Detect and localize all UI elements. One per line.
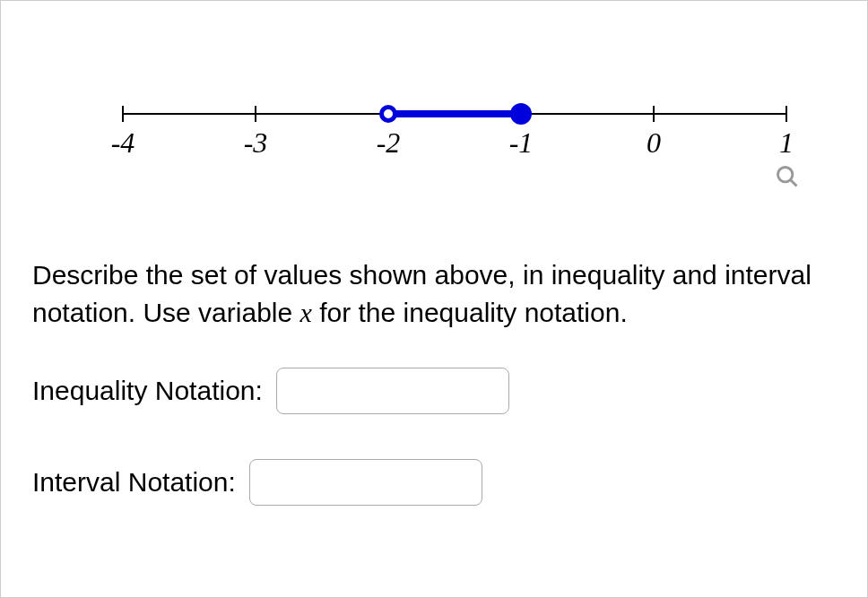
number-line-graph: -4 -3 -2 -1 0 1 bbox=[41, 77, 830, 212]
question-part2: for the inequality notation. bbox=[312, 298, 628, 327]
inequality-input[interactable] bbox=[276, 368, 509, 414]
tick-mark bbox=[653, 106, 655, 122]
tick-label: -2 bbox=[377, 126, 401, 160]
tick-label: -4 bbox=[111, 126, 135, 160]
tick-label: -1 bbox=[509, 126, 534, 160]
question-text: Describe the set of values shown above, … bbox=[32, 256, 836, 332]
tick-label: -3 bbox=[244, 126, 268, 160]
magnifier-icon[interactable] bbox=[775, 164, 800, 193]
tick-mark bbox=[255, 106, 256, 122]
interval-label: Interval Notation: bbox=[32, 467, 236, 498]
svg-line-1 bbox=[791, 180, 797, 186]
question-variable: x bbox=[300, 298, 312, 327]
inequality-row: Inequality Notation: bbox=[32, 368, 836, 414]
tick-mark bbox=[786, 106, 787, 122]
interval-segment bbox=[388, 110, 521, 117]
tick-label: 0 bbox=[647, 126, 661, 160]
interval-input[interactable] bbox=[249, 459, 482, 506]
svg-point-0 bbox=[778, 168, 793, 182]
inequality-label: Inequality Notation: bbox=[32, 376, 263, 406]
tick-mark bbox=[122, 106, 124, 122]
interval-row: Interval Notation: bbox=[32, 459, 836, 506]
tick-label: 1 bbox=[779, 126, 794, 160]
open-endpoint bbox=[379, 105, 397, 123]
closed-endpoint bbox=[510, 103, 532, 125]
